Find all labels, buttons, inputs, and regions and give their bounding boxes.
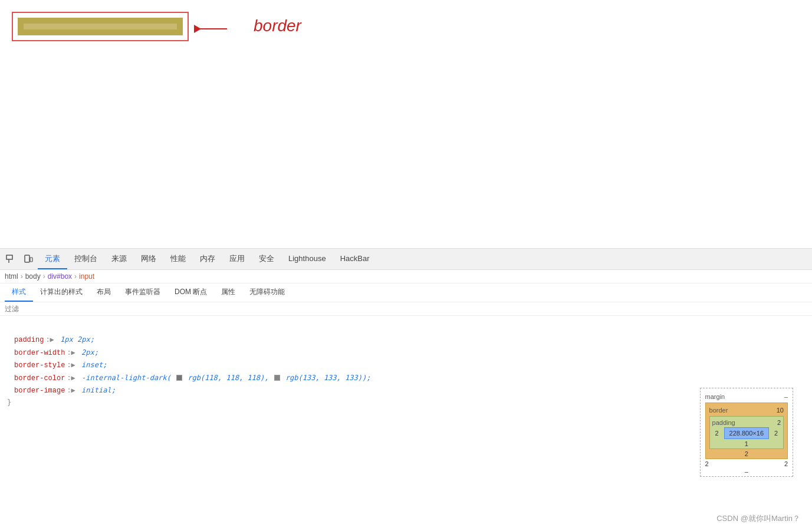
- bm-content-row: 2 228.800×16 2: [712, 427, 781, 439]
- tab-hackbar[interactable]: HackBar: [333, 249, 377, 269]
- bm-margin-bottom: –: [705, 468, 788, 475]
- bm-border-bottom: 2: [709, 450, 784, 457]
- tab-network[interactable]: 网络: [134, 249, 163, 269]
- breadcrumb-html[interactable]: html: [5, 272, 18, 281]
- devtools-toolbar: 元素 控制台 来源 网络 性能 内存 应用: [0, 249, 812, 270]
- inspect-icon: [6, 255, 15, 264]
- device-icon: [24, 255, 33, 264]
- bm-margin-dash: –: [784, 393, 788, 400]
- css-rule-border-width: border-width:▶ 2px;: [14, 347, 805, 359]
- main-layout: border 元素: [0, 0, 812, 531]
- subtab-layout[interactable]: 布局: [90, 283, 118, 302]
- tab-performance[interactable]: 性能: [163, 249, 193, 269]
- bm-right-padding: 2: [771, 430, 781, 437]
- sub-tabs: 样式 计算出的样式 布局 事件监听器 DOM 断点 属性 无障碍功能: [0, 283, 812, 302]
- color-swatch-1: [176, 375, 182, 381]
- bm-padding-layer: padding 2 2 228.800×16 2: [709, 416, 784, 449]
- bm-border-label: border: [709, 407, 728, 414]
- css-rule-border-style: border-style:▶ inset;: [14, 359, 805, 371]
- bm-border-value: 10: [777, 407, 784, 414]
- subtab-dom-breakpoints[interactable]: DOM 断点: [167, 283, 214, 302]
- subtab-computed[interactable]: 计算出的样式: [33, 283, 90, 302]
- border-label: border: [254, 17, 301, 35]
- svg-rect-2: [25, 255, 29, 262]
- demo-input[interactable]: [18, 18, 183, 35]
- tab-lighthouse[interactable]: Lighthouse: [281, 249, 333, 269]
- breadcrumb-div[interactable]: div#box: [48, 272, 72, 281]
- breadcrumb-body[interactable]: body: [25, 272, 41, 281]
- arrow-annotation: [195, 25, 234, 33]
- bm-padding-value: 2: [777, 419, 781, 426]
- bm-margin-left: 2: [705, 460, 709, 467]
- tab-memory[interactable]: 内存: [193, 249, 222, 269]
- breadcrumb: html › body › div#box › input: [0, 270, 812, 283]
- preview-area: border: [0, 0, 812, 236]
- subtab-accessibility[interactable]: 无障碍功能: [242, 283, 292, 302]
- box-model-diagram: margin – border 10 padding: [700, 388, 793, 477]
- bm-bottom-padding: 1: [712, 440, 781, 447]
- border-label-container: border: [254, 17, 301, 35]
- bm-border-layer: border 10 padding 2 2: [705, 403, 788, 459]
- box-model-panel: margin – border 10 padding: [659, 381, 800, 484]
- tab-sources[interactable]: 来源: [104, 249, 134, 269]
- css-selector-line: [7, 321, 805, 332]
- csdn-watermark: CSDN @就你叫Martin？: [716, 513, 800, 524]
- bm-margin-layer: margin – border 10 padding: [700, 388, 793, 477]
- tab-application[interactable]: 应用: [222, 249, 252, 269]
- bm-content-box: 228.800×16: [724, 427, 769, 439]
- breadcrumb-input[interactable]: input: [79, 272, 94, 281]
- subtab-properties[interactable]: 属性: [214, 283, 242, 302]
- svg-rect-3: [30, 258, 32, 262]
- color-swatch-2: [274, 375, 280, 381]
- bm-margin-label: margin: [705, 393, 725, 400]
- tab-elements[interactable]: 元素: [38, 249, 67, 269]
- svg-rect-0: [6, 255, 12, 259]
- bm-left-padding: 2: [712, 430, 722, 437]
- arrow-head: [194, 25, 201, 33]
- inspect-icon-btn[interactable]: [2, 251, 19, 268]
- bm-margin-right: 2: [784, 460, 788, 467]
- demo-box-wrapper: [12, 12, 189, 41]
- filter-bar: [0, 302, 812, 316]
- bm-content-size: 228.800×16: [729, 430, 764, 437]
- tab-security[interactable]: 安全: [252, 249, 281, 269]
- subtab-event-listeners[interactable]: 事件监听器: [118, 283, 167, 302]
- device-icon-btn[interactable]: [20, 251, 37, 268]
- devtools-tabs: 元素 控制台 来源 网络 性能 内存 应用: [38, 249, 376, 269]
- tab-console[interactable]: 控制台: [67, 249, 104, 269]
- devtools-panel: 元素 控制台 来源 网络 性能 内存 应用: [0, 248, 812, 531]
- subtab-styles[interactable]: 样式: [5, 283, 33, 302]
- filter-input[interactable]: [5, 305, 807, 313]
- demo-outer-box: [12, 12, 189, 41]
- bm-padding-label: padding: [712, 419, 735, 426]
- css-rule-padding: padding:▶ 1px 2px;: [14, 334, 805, 346]
